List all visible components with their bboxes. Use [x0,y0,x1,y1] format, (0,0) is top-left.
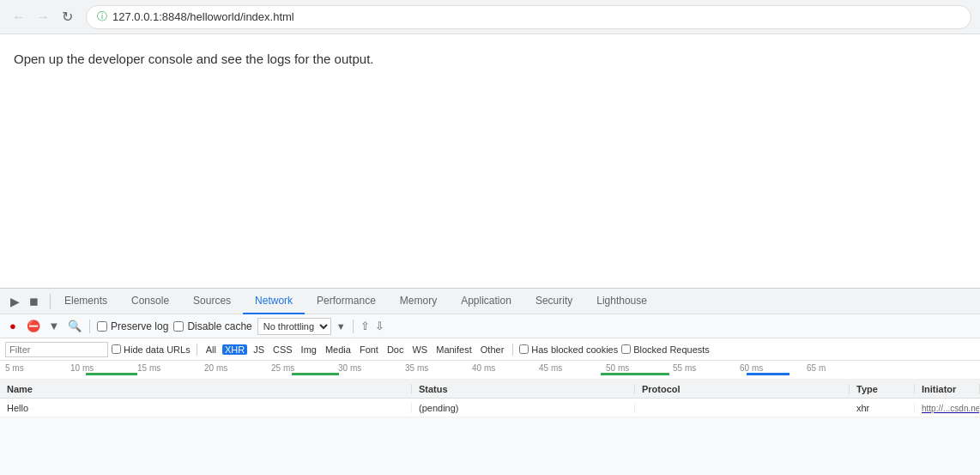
has-blocked-label[interactable]: Has blocked cookies [519,344,618,355]
network-toolbar: ● ⛔ ▼ 🔍 Preserve log Disable cache No th… [0,314,980,338]
devtools-left-controls: ▶ ◼ [0,294,48,309]
secure-icon: ⓘ [97,9,107,24]
tick-55ms: 55 ms [673,363,696,373]
filter-separator-2 [512,344,513,356]
separator [50,294,51,309]
browser-chrome: ← → ↻ ⓘ 127.0.0.1:8848/helloworld/index.… [0,0,980,34]
th-status: Status [412,384,635,394]
th-type: Type [850,384,915,394]
hide-data-urls-checkbox[interactable] [112,344,121,354]
tab-network[interactable]: Network [243,289,305,314]
address-bar[interactable]: ⓘ 127.0.0.1:8848/helloworld/index.html [86,5,971,29]
tab-elements[interactable]: Elements [52,289,119,314]
devtools-tabs-bar: ▶ ◼ Elements Console Sources Network Per… [0,289,980,314]
tick-15ms: 15 ms [137,363,160,373]
filter-xhr[interactable]: XHR [222,344,247,355]
search-button[interactable]: 🔍 [67,319,82,334]
filter-other[interactable]: Other [478,344,507,355]
tab-memory[interactable]: Memory [388,289,449,314]
th-initiator: Initiator [915,384,980,394]
td-type: xhr [850,403,915,413]
td-name: Hello [0,403,412,413]
record-button[interactable]: ● [5,319,21,334]
tick-10ms: 10 ms [70,363,94,373]
tick-25ms: 25 ms [271,363,294,373]
td-status: (pending) [412,403,635,413]
preserve-log-checkbox[interactable] [97,321,107,332]
table-row[interactable]: Hello (pending) xhr http://...csdn.net/q… [0,399,980,417]
filter-ws[interactable]: WS [409,344,430,355]
page-content: Open up the developer console and see th… [0,34,980,288]
tick-50ms: 50 ms [606,363,629,373]
reload-button[interactable]: ↻ [57,7,77,27]
disable-cache-checkbox[interactable] [173,321,184,332]
tab-performance[interactable]: Performance [305,289,388,314]
table-header: Name Status Protocol Type Initiator [0,380,980,399]
tick-65ms: 65 m [807,363,826,373]
filter-all[interactable]: All [203,344,219,355]
tab-lighthouse[interactable]: Lighthouse [584,289,659,314]
hide-data-urls-label[interactable]: Hide data URLs [112,344,191,355]
forward-button[interactable]: → [33,7,53,27]
element-picker-button[interactable]: ▶ [7,294,22,309]
device-toggle-button[interactable]: ◼ [26,294,41,309]
clear-button[interactable]: ⛔ [26,319,41,334]
filter-js[interactable]: JS [251,344,267,355]
filter-img[interactable]: Img [299,344,319,355]
back-button[interactable]: ← [9,7,29,27]
tab-security[interactable]: Security [523,289,584,314]
devtools-panel: ▶ ◼ Elements Console Sources Network Per… [0,288,980,475]
export-button[interactable]: ⇩ [375,320,384,332]
import-button[interactable]: ⇧ [360,320,370,332]
blocked-requests-checkbox[interactable] [621,344,631,354]
tick-5ms: 5 ms [5,363,24,373]
td-initiator[interactable]: http://...csdn.net/qq_43... main.js:1 [915,403,980,413]
timeline-blue-bar [747,373,789,375]
tab-sources[interactable]: Sources [181,289,243,314]
filter-row: Hide data URLs All XHR JS CSS Img Media … [0,338,980,361]
throttle-select[interactable]: No throttling [257,318,331,335]
filter-doc[interactable]: Doc [384,344,407,355]
blocked-requests-label[interactable]: Blocked Requests [621,344,710,355]
filter-font[interactable]: Font [357,344,381,355]
filter-css[interactable]: CSS [270,344,295,355]
tick-45ms: 45 ms [539,363,562,373]
tab-application[interactable]: Application [449,289,523,314]
filter-icon-button[interactable]: ▼ [46,319,62,334]
th-protocol: Protocol [635,384,850,394]
filter-manifest[interactable]: Manifest [433,344,475,355]
tick-35ms: 35 ms [405,363,428,373]
initiator-url-prefix: http://...csdn.net/qq_43... [922,404,980,413]
separator-1 [89,320,90,333]
separator-2 [353,320,354,333]
timeline-green-bar-2 [292,373,339,375]
preserve-log-label[interactable]: Preserve log [97,320,168,332]
tab-console[interactable]: Console [119,289,181,314]
filter-media[interactable]: Media [323,344,354,355]
page-message: Open up the developer console and see th… [14,52,966,66]
filter-separator [197,344,197,356]
tick-30ms: 30 ms [338,363,361,373]
timeline-green-bar-3 [601,373,669,375]
tick-60ms: 60 ms [740,363,763,373]
tick-40ms: 40 ms [472,363,495,373]
has-blocked-checkbox[interactable] [519,344,529,354]
url-text: 127.0.0.1:8848/helloworld/index.html [112,10,294,23]
timeline-green-bar-1 [86,373,137,375]
throttle-arrow[interactable]: ▼ [336,321,346,332]
th-name: Name [0,384,412,394]
tick-20ms: 20 ms [204,363,227,373]
nav-buttons: ← → ↻ [9,7,77,27]
disable-cache-label[interactable]: Disable cache [173,320,251,332]
filter-input[interactable] [5,342,108,357]
timeline-ticks-row: 5 ms 10 ms 15 ms 20 ms 25 ms 30 ms 35 ms… [0,361,980,380]
